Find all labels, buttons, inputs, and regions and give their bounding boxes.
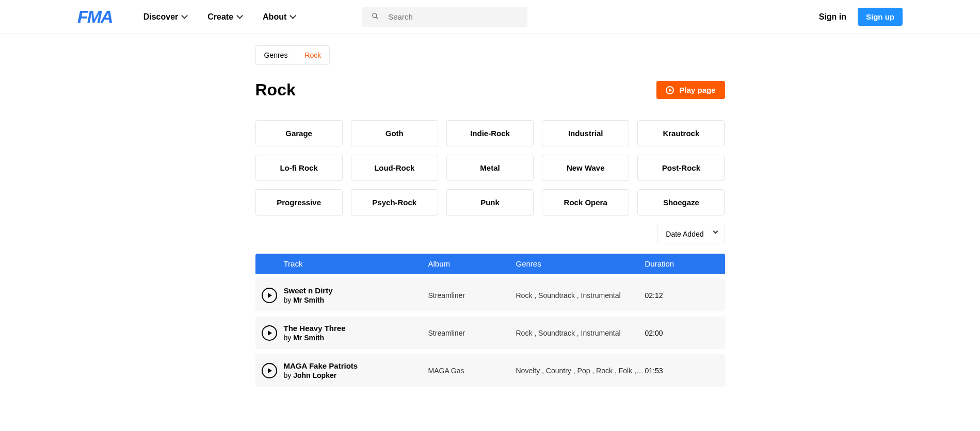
nav-about[interactable]: About [263,12,295,22]
nav: Discover Create About [143,12,296,22]
th-track: Track [284,259,428,268]
nav-create-label: Create [207,12,233,22]
track-genres[interactable]: Novelty , Country , Pop , Rock , Folk , … [516,367,645,375]
play-button[interactable] [262,363,277,378]
subgenre-tile[interactable]: Psych-Rock [351,189,438,216]
th-duration: Duration [645,259,692,268]
signin-link[interactable]: Sign in [819,12,846,22]
sort-row: Date Added [255,225,725,243]
logo[interactable]: FMA [77,7,113,27]
search-icon [372,12,379,21]
subgenre-tile[interactable]: Shoegaze [637,189,725,216]
track-artist[interactable]: Mr Smith [293,334,324,342]
signup-button[interactable]: Sign up [858,8,903,26]
track-artist[interactable]: Mr Smith [293,296,324,304]
track-genres[interactable]: Rock , Soundtrack , Instrumental [516,291,645,300]
subgenre-tile[interactable]: Metal [446,155,534,181]
page-title: Rock [255,80,296,100]
subgenre-grid: GarageGothIndie-RockIndustrialKrautrockL… [255,120,725,216]
track-album[interactable]: MAGA Gas [428,367,516,375]
subgenre-tile[interactable]: Goth [351,120,438,146]
subgenre-tile[interactable]: Lo-fi Rock [255,155,343,181]
track-album[interactable]: Streamliner [428,291,516,300]
nav-discover[interactable]: Discover [143,12,187,22]
play-page-label: Play page [679,86,715,94]
track-title[interactable]: Sweet n Dirty [284,286,428,295]
track-row: MAGA Fake Patriotsby John LopkerMAGA Gas… [255,354,725,387]
play-circle-icon [666,86,674,94]
play-button[interactable] [262,325,277,341]
header: FMA Discover Create About Sign in Sign u… [0,0,980,34]
track-artist[interactable]: John Lopker [293,371,336,379]
search-wrap [362,7,527,27]
track-duration: 02:12 [645,291,692,300]
track-title[interactable]: MAGA Fake Patriots [284,361,428,370]
nav-discover-label: Discover [143,12,179,22]
subgenre-tile[interactable]: Punk [446,189,534,216]
th-genres: Genres [516,259,645,268]
play-page-button[interactable]: Play page [656,81,725,99]
subgenre-tile[interactable]: Garage [255,120,343,146]
subgenre-tile[interactable]: Rock Opera [542,189,629,216]
breadcrumb-genres[interactable]: Genres [256,46,296,64]
table-header: Track Album Genres Duration [255,254,725,274]
svg-point-0 [373,13,377,18]
sort-selected: Date Added [666,230,703,238]
track-byline: by Mr Smith [284,334,428,342]
th-album: Album [428,259,516,268]
chevron-down-icon [713,229,718,234]
subgenre-tile[interactable]: Industrial [542,120,629,146]
track-list: Sweet n Dirtyby Mr SmithStreamlinerRock … [255,279,725,387]
track-duration: 02:00 [645,329,692,337]
svg-line-1 [376,17,378,19]
play-button[interactable] [262,288,277,303]
subgenre-tile[interactable]: Loud-Rock [351,155,438,181]
track-genres[interactable]: Rock , Soundtrack , Instrumental [516,329,645,337]
track-album[interactable]: Streamliner [428,329,516,337]
track-byline: by John Lopker [284,371,428,379]
breadcrumb-rock[interactable]: Rock [296,46,329,64]
track-title[interactable]: The Heavy Three [284,324,428,333]
subgenre-tile[interactable]: Progressive [255,189,343,216]
subgenre-tile[interactable]: Post-Rock [637,155,725,181]
nav-about-label: About [263,12,286,22]
track-row: The Heavy Threeby Mr SmithStreamlinerRoc… [255,317,725,349]
track-duration: 01:53 [645,367,692,375]
subgenre-tile[interactable]: Krautrock [637,120,725,146]
nav-create[interactable]: Create [207,12,242,22]
breadcrumb: Genres Rock [255,45,330,65]
search-input[interactable] [388,12,518,21]
subgenre-tile[interactable]: New Wave [542,155,629,181]
subgenre-tile[interactable]: Indie-Rock [446,120,534,146]
chevron-down-icon [290,12,296,19]
track-row: Sweet n Dirtyby Mr SmithStreamlinerRock … [255,279,725,311]
chevron-down-icon [236,12,243,19]
sort-select[interactable]: Date Added [657,225,725,243]
title-row: Rock Play page [255,80,725,100]
chevron-down-icon [181,12,188,19]
main: Genres Rock Rock Play page GarageGothInd… [255,34,725,387]
track-byline: by Mr Smith [284,296,428,304]
